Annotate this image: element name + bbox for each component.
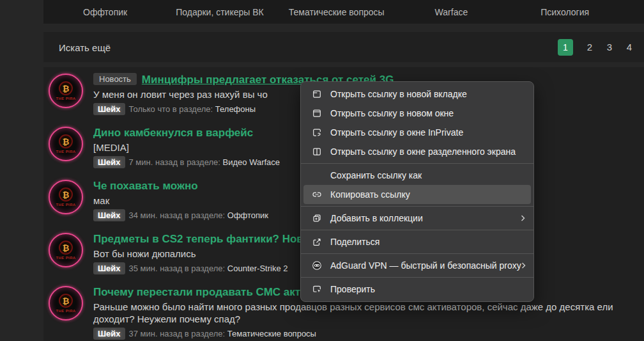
bitcoin-icon: ₿ bbox=[59, 294, 73, 308]
menu-item-label: Открыть ссылку в окне InPrivate bbox=[330, 127, 463, 138]
inspect-icon bbox=[311, 284, 322, 295]
forum-link[interactable]: Counter-Strike 2 bbox=[227, 264, 288, 273]
forum-link[interactable]: Видео Warface bbox=[223, 157, 280, 167]
avatar[interactable]: ₿ THE PIRA bbox=[49, 180, 83, 214]
forum-link[interactable]: Телефоны bbox=[215, 104, 256, 114]
nav-item-warface[interactable]: Warface bbox=[435, 7, 468, 17]
forum-link[interactable]: Оффтопик bbox=[227, 210, 268, 220]
bitcoin-icon: ₿ bbox=[59, 241, 73, 255]
menu-item-add-to-collections[interactable]: Добавить в коллекции bbox=[303, 209, 531, 228]
avatar-text: THE PIRA bbox=[56, 203, 75, 207]
meta-text: 37 мин. назад в разделе: bbox=[129, 329, 226, 338]
username-pill[interactable]: Шейх bbox=[93, 209, 125, 221]
nav-item-thematic-questions[interactable]: Тематические вопросы bbox=[289, 7, 385, 17]
menu-item-label: Сохранить ссылку как bbox=[330, 170, 422, 180]
thread-title-link[interactable]: Почему перестали продавать СМС актива bbox=[93, 286, 319, 298]
menu-item-label: Открыть ссылку в окне разделенного экран… bbox=[330, 147, 516, 157]
menu-item-label: Добавить в коллекции bbox=[330, 213, 423, 223]
page-button-2[interactable]: 2 bbox=[586, 42, 593, 52]
split-screen-icon bbox=[311, 147, 322, 157]
inprivate-icon bbox=[311, 127, 322, 138]
menu-separator bbox=[301, 253, 533, 254]
avatar[interactable]: ₿ THE PIRA bbox=[49, 233, 83, 267]
page-button-1[interactable]: 1 bbox=[558, 39, 573, 56]
meta-text: 35 мин. назад в разделе: bbox=[129, 264, 226, 273]
search-more-panel: Искать ещё 1 2 3 4 bbox=[43, 32, 644, 62]
avatar[interactable]: ₿ THE PIRA bbox=[49, 286, 83, 321]
collections-icon bbox=[311, 213, 322, 224]
avatar[interactable]: ₿ THE PIRA bbox=[49, 127, 83, 161]
username-pill[interactable]: Шейх bbox=[93, 103, 125, 115]
menu-item-label: Открыть ссылку в новом окне bbox=[330, 108, 454, 118]
menu-item-label: Поделиться bbox=[330, 237, 379, 247]
forum-link[interactable]: Тематические вопросы bbox=[227, 329, 316, 338]
thread-meta: Шейх37 мин. назад в разделе: Тематически… bbox=[93, 328, 638, 340]
avatar-text: THE PIRA bbox=[56, 256, 75, 260]
bitcoin-icon: ₿ bbox=[59, 187, 73, 202]
thread-title-link[interactable]: Предметы в CS2 теперь фантики? Новый б bbox=[93, 233, 329, 245]
adguard-icon bbox=[311, 260, 322, 271]
thread-title-link[interactable]: Дино камбекнулся в варфейс bbox=[93, 127, 253, 139]
menu-item-share[interactable]: Поделиться bbox=[303, 232, 531, 251]
avatar-text: THE PIRA bbox=[56, 309, 75, 313]
menu-item-open-new-window[interactable]: Открыть ссылку в новом окне bbox=[303, 104, 531, 123]
username-pill[interactable]: Шейх bbox=[93, 328, 125, 340]
nav-item-offtopic[interactable]: Оффтопик bbox=[83, 7, 127, 17]
menu-separator bbox=[301, 277, 533, 278]
browser-context-menu: Открыть ссылку в новой вкладке Открыть с… bbox=[300, 81, 534, 302]
thread-title-link[interactable]: Че похавать можно bbox=[93, 180, 198, 192]
submenu-arrow-icon bbox=[521, 215, 527, 221]
menu-item-label: Открыть ссылку в новой вкладке bbox=[330, 89, 467, 99]
submenu-arrow-icon bbox=[521, 262, 528, 269]
new-tab-icon bbox=[311, 89, 322, 100]
menu-separator bbox=[301, 206, 533, 207]
link-icon bbox=[311, 189, 322, 200]
page-button-4[interactable]: 4 bbox=[626, 42, 632, 52]
nav-item-gifts-stickers[interactable]: Подарки, стикеры ВК bbox=[176, 7, 264, 17]
page-button-3[interactable]: 3 bbox=[606, 42, 613, 52]
username-pill[interactable]: Шейх bbox=[93, 156, 125, 168]
bitcoin-icon: ₿ bbox=[59, 81, 73, 95]
share-icon bbox=[311, 237, 322, 248]
empty-icon-placeholder bbox=[311, 170, 322, 181]
menu-separator bbox=[301, 163, 533, 164]
avatar-text: THE PIRA bbox=[56, 150, 75, 154]
menu-item-open-split-screen[interactable]: Открыть ссылку в окне разделенного экран… bbox=[303, 142, 531, 161]
meta-text: 7 мин. назад в разделе: bbox=[129, 157, 220, 167]
menu-item-inspect[interactable]: Проверить bbox=[303, 280, 531, 299]
news-badge: Новость bbox=[93, 73, 137, 85]
meta-text: 34 мин. назад в разделе: bbox=[129, 210, 226, 220]
menu-item-save-link-as[interactable]: Сохранить ссылку как bbox=[303, 166, 531, 185]
new-window-icon bbox=[311, 108, 322, 119]
menu-item-open-inprivate[interactable]: Открыть ссылку в окне InPrivate bbox=[303, 123, 531, 142]
menu-separator bbox=[301, 230, 533, 230]
top-navigation: Оффтопик Подарки, стикеры ВК Тематически… bbox=[43, 0, 644, 24]
menu-item-label: Проверить bbox=[330, 284, 375, 294]
username-pill[interactable]: Шейх bbox=[93, 262, 125, 274]
menu-item-label: AdGuard VPN — быстрый и безопасный proxy bbox=[330, 260, 521, 271]
menu-item-adguard-vpn[interactable]: AdGuard VPN — быстрый и безопасный proxy bbox=[303, 256, 531, 275]
meta-text: Только что в разделе: bbox=[129, 104, 213, 114]
avatar-text: THE PIRA bbox=[56, 97, 75, 100]
menu-item-label: Копировать ссылку bbox=[330, 189, 410, 200]
thread-snippet: Раньше можно было найти много разных про… bbox=[93, 301, 638, 325]
search-more-link[interactable]: Искать ещё bbox=[59, 42, 111, 52]
nav-item-psychology[interactable]: Психология bbox=[540, 7, 589, 17]
bitcoin-icon: ₿ bbox=[59, 134, 73, 148]
avatar[interactable]: ₿ THE PIRA bbox=[49, 74, 83, 108]
pagination: 1 2 3 4 bbox=[558, 39, 632, 56]
menu-item-copy-link[interactable]: Копировать ссылку bbox=[303, 185, 531, 204]
menu-item-open-new-tab[interactable]: Открыть ссылку в новой вкладке bbox=[303, 84, 531, 104]
